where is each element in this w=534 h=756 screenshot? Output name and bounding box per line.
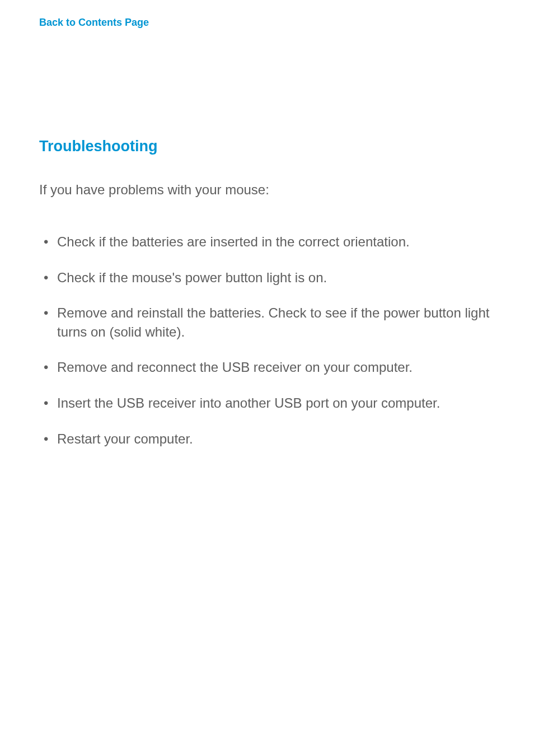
intro-text: If you have problems with your mouse: xyxy=(39,182,495,198)
list-item: Insert the USB receiver into another USB… xyxy=(39,394,495,413)
list-item: Remove and reinstall the batteries. Chec… xyxy=(39,304,495,341)
troubleshooting-list: Check if the batteries are inserted in t… xyxy=(39,232,495,448)
page-heading: Troubleshooting xyxy=(39,138,495,155)
list-item: Check if the batteries are inserted in t… xyxy=(39,232,495,251)
list-item: Restart your computer. xyxy=(39,430,495,449)
list-item: Remove and reconnect the USB receiver on… xyxy=(39,358,495,377)
list-item: Check if the mouse's power button light … xyxy=(39,268,495,287)
back-to-contents-link[interactable]: Back to Contents Page xyxy=(39,17,149,29)
